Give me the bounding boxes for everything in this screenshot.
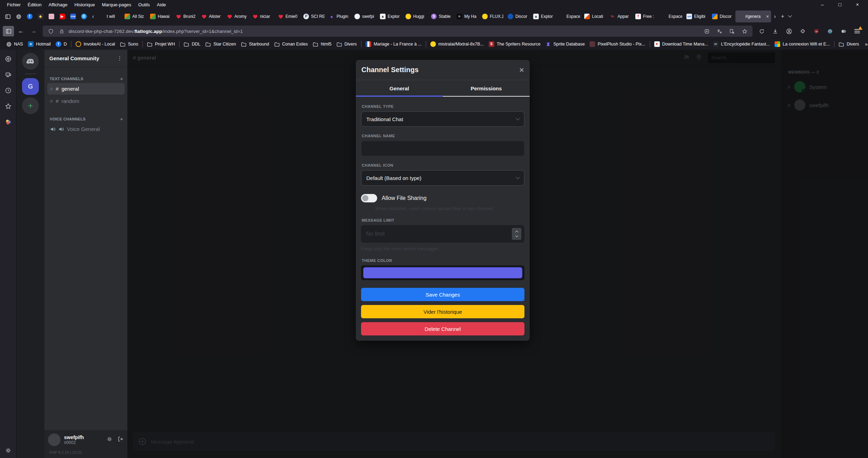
bookmark-item[interactable]: La connexion Wifi et E... xyxy=(772,40,832,48)
bookmark-item[interactable]: mistralai/Mixtral-8x7B... xyxy=(428,40,486,48)
d-pinned-tab[interactable]: D xyxy=(78,11,89,22)
browser-tab[interactable]: Huggi xyxy=(403,11,429,22)
browser-tab[interactable]: SStable xyxy=(429,11,454,22)
browser-tab[interactable]: swefpi xyxy=(352,11,378,22)
modal-close-icon[interactable]: × xyxy=(519,66,524,74)
bookmark-item[interactable]: Mariage - La France à ... xyxy=(363,40,424,48)
browser-tab[interactable]: ♠Plugin xyxy=(327,11,352,22)
tab-scroll-right-icon[interactable]: › xyxy=(771,13,779,20)
close-window-button[interactable]: × xyxy=(856,2,859,7)
tab-permissions[interactable]: Permissions xyxy=(443,80,530,97)
browser-tab[interactable]: Espace cli xyxy=(557,11,582,22)
browser-tab[interactable]: Alister xyxy=(199,11,225,22)
message-limit-input[interactable]: No limit xyxy=(361,225,524,243)
bookmark-item[interactable]: EFL'Encyclopédie Fantast... xyxy=(711,40,772,48)
browser-tab[interactable]: All Siz xyxy=(122,11,148,22)
menu-aide[interactable]: Aide xyxy=(153,1,169,8)
bookmark-item[interactable]: fD xyxy=(53,40,69,48)
channel-item-random[interactable]: ##random xyxy=(47,95,125,107)
bookmark-item[interactable]: ♜Sprite Database xyxy=(543,40,587,48)
browser-tab[interactable]: Espace ab xyxy=(659,11,684,22)
browser-tab[interactable]: fFree : xyxy=(633,11,659,22)
channel-name-input[interactable] xyxy=(361,141,524,156)
server-menu-icon[interactable]: ⋮ xyxy=(117,55,122,62)
settings-icon[interactable] xyxy=(5,447,12,454)
menu-affichage[interactable]: Affichage xyxy=(45,1,71,8)
translate-icon[interactable]: A xyxy=(715,27,723,35)
browser-tab[interactable]: ▲Explor xyxy=(531,11,557,22)
browser-tab[interactable]: ≈My Ha xyxy=(454,11,480,22)
youtube-pinned-tab[interactable]: ▶ xyxy=(57,11,68,22)
browser-tab[interactable]: Aromy xyxy=(225,11,250,22)
ai-chat-icon[interactable] xyxy=(5,55,12,62)
browser-tab[interactable]: PSCI RE xyxy=(301,11,327,22)
add-voice-channel-icon[interactable]: + xyxy=(120,116,123,122)
channel-icon-select[interactable]: Default (Based on type) xyxy=(361,170,524,186)
browser-tab[interactable]: niciar xyxy=(250,11,276,22)
number-spinner[interactable] xyxy=(512,228,521,240)
maximize-button[interactable]: □ xyxy=(838,2,841,7)
history-icon[interactable] xyxy=(5,87,12,94)
discord-home-icon[interactable] xyxy=(22,53,39,70)
browser-tab[interactable]: Discor xyxy=(710,11,735,22)
save-changes-button[interactable]: Save Changes xyxy=(361,288,524,301)
bookmark-item[interactable]: ♥Download Time Mana... xyxy=(652,40,711,48)
clear-history-button[interactable]: Vider l'historique xyxy=(361,305,524,318)
forward-icon[interactable]: → xyxy=(28,26,39,36)
file-sharing-toggle[interactable] xyxy=(361,194,377,202)
browser-tab[interactable]: Bruni2 xyxy=(174,11,199,22)
browser-tab[interactable]: t will xyxy=(97,11,122,22)
robot-extension-icon[interactable] xyxy=(826,27,834,35)
server-icon-g[interactable]: G xyxy=(22,78,39,95)
devices-icon[interactable] xyxy=(5,71,12,78)
theme-color-input[interactable] xyxy=(361,265,524,280)
gray-extension-icon[interactable] xyxy=(840,27,847,35)
menu-historique[interactable]: Historique xyxy=(71,1,99,8)
delete-channel-button[interactable]: Delete Channel xyxy=(361,322,524,335)
browser-tab[interactable]: Locati xyxy=(582,11,608,22)
sprite-pinned-tab[interactable] xyxy=(46,11,57,22)
tab-scroll-left-icon[interactable]: ‹ xyxy=(89,13,97,20)
affinity-pinned-tab[interactable]: ◆ xyxy=(35,11,46,22)
channel-item-general[interactable]: ##general xyxy=(47,83,125,95)
browser-tab[interactable]: Discor xyxy=(506,11,531,22)
save-to-pocket-icon[interactable] xyxy=(703,27,711,35)
facebook-pinned-tab[interactable]: f xyxy=(24,11,35,22)
extensions-icon[interactable] xyxy=(799,27,806,35)
tracking-shield-icon[interactable] xyxy=(47,27,55,35)
bookmark-item[interactable]: PixelPlush Studio - Pix... xyxy=(587,40,648,48)
bookmark-item[interactable]: InvokeAI - Local xyxy=(73,40,118,48)
dsm-pinned-tab[interactable]: DSM xyxy=(68,11,78,22)
browser-tab[interactable]: ▲Explor xyxy=(378,11,403,22)
tab-list-dropdown-icon[interactable] xyxy=(788,14,792,18)
ublock-icon[interactable]: u0 xyxy=(812,27,820,35)
bookmark-item[interactable]: Divers xyxy=(836,40,861,48)
bookmark-item[interactable]: Star Citizen xyxy=(203,40,239,48)
bookmark-item[interactable]: Starbound xyxy=(239,40,272,48)
reload-icon[interactable] xyxy=(756,26,767,36)
tab-close-icon[interactable]: × xyxy=(766,14,769,19)
page-translate-icon[interactable]: A xyxy=(728,27,736,35)
bookmark-star-icon[interactable] xyxy=(741,27,748,35)
url-bar[interactable]: discord-like-php-chat-7262.dev.flatlogic… xyxy=(43,26,753,37)
bookmark-item[interactable]: Conan Exiles xyxy=(271,40,310,48)
browser-tab[interactable]: adnEligibi xyxy=(684,11,710,22)
back-icon[interactable]: ← xyxy=(15,26,27,36)
downloads-icon[interactable] xyxy=(771,27,779,35)
bookmark-item[interactable]: Suno xyxy=(118,40,141,48)
bookmarks-icon[interactable] xyxy=(5,103,12,110)
bookmark-item[interactable]: Projet WH xyxy=(144,40,177,48)
channel-type-select[interactable]: Traditional Chat xyxy=(361,111,524,127)
menu-marquepages[interactable]: Marque-pages xyxy=(98,1,135,8)
voice-channel-item[interactable]: Voice General xyxy=(47,123,125,135)
browser-tab[interactable]: SLAppar xyxy=(608,11,633,22)
bookmark-item[interactable]: Divers xyxy=(334,40,359,48)
logout-icon[interactable] xyxy=(118,436,124,444)
user-settings-icon[interactable] xyxy=(106,436,113,444)
browser-tab-active[interactable]: #genera× xyxy=(735,11,771,22)
menu-fichier[interactable]: Fichier xyxy=(3,1,24,8)
browser-tab[interactable]: Hawai xyxy=(148,11,174,22)
tab-general[interactable]: General xyxy=(356,80,443,97)
bookmark-item[interactable]: oHotmail xyxy=(26,40,53,48)
add-server-button[interactable]: + xyxy=(22,97,39,114)
